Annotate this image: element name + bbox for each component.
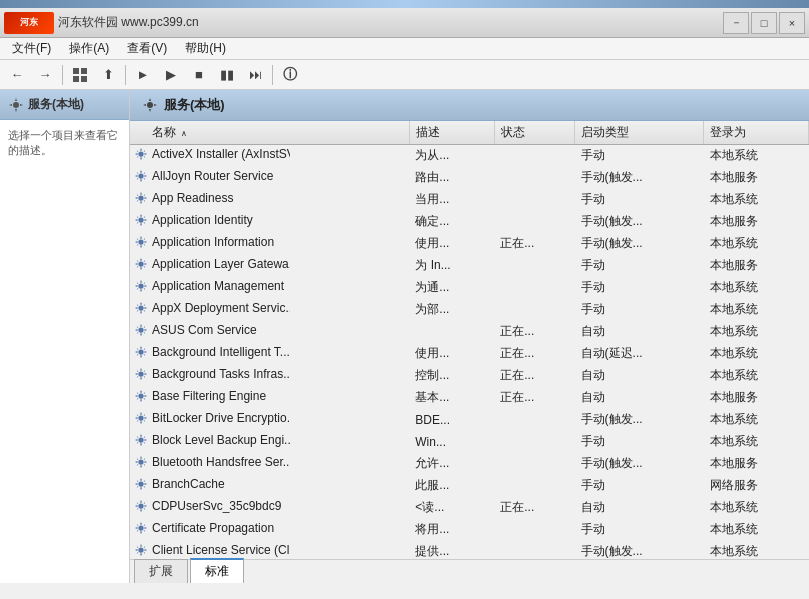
service-status — [494, 277, 574, 299]
table-row[interactable]: ASUS Com Service正在...自动本地系统 — [130, 321, 809, 343]
service-description: 路由... — [409, 167, 494, 189]
minimize-button[interactable]: － — [723, 12, 749, 34]
menu-view[interactable]: 查看(V) — [119, 38, 175, 59]
col-header-startup[interactable]: 启动类型 — [575, 121, 704, 145]
service-logon: 本地服务 — [704, 387, 809, 409]
table-row[interactable]: Certificate Propagation将用...手动本地系统 — [130, 519, 809, 541]
toolbar-back-button[interactable]: ← — [4, 63, 30, 87]
service-description: 允许... — [409, 453, 494, 475]
sidebar-gear-icon — [8, 97, 24, 113]
service-name: Client License Service (Cli... — [152, 543, 290, 557]
col-header-logon[interactable]: 登录为 — [704, 121, 809, 145]
service-logon: 本地系统 — [704, 189, 809, 211]
table-header-row: 名称 ∧ 描述 状态 启动类型 登录为 — [130, 121, 809, 145]
service-logon: 本地服务 — [704, 453, 809, 475]
service-description: 为部... — [409, 299, 494, 321]
table-row[interactable]: AppX Deployment Servic...为部...手动本地系统 — [130, 299, 809, 321]
svg-point-15 — [138, 349, 143, 354]
table-row[interactable]: AllJoyn Router Service路由...手动(触发...本地服务 — [130, 167, 809, 189]
service-name: ASUS Com Service — [152, 323, 257, 337]
tab-expand[interactable]: 扩展 — [134, 559, 188, 583]
table-row[interactable]: Background Tasks Infras...控制...正在...自动本地… — [130, 365, 809, 387]
table-row[interactable]: Base Filtering Engine基本...正在...自动本地服务 — [130, 387, 809, 409]
table-row[interactable]: ActiveX Installer (AxInstSV)为从...手动本地系统 — [130, 145, 809, 167]
menu-help[interactable]: 帮助(H) — [177, 38, 234, 59]
menu-bar: 文件(F) 操作(A) 查看(V) 帮助(H) — [0, 38, 809, 60]
svg-rect-1 — [81, 68, 87, 74]
toolbar-play-button[interactable]: ► — [130, 63, 156, 87]
table-row[interactable]: Application Layer Gatewa...为 In...手动本地服务 — [130, 255, 809, 277]
services-table-container[interactable]: 名称 ∧ 描述 状态 启动类型 登录为 ActiveX Installer (A… — [130, 121, 809, 559]
table-row[interactable]: CDPUserSvc_35c9bdc9<读...正在...自动本地系统 — [130, 497, 809, 519]
service-name: Block Level Backup Engi... — [152, 433, 290, 447]
svg-point-18 — [138, 415, 143, 420]
table-row[interactable]: BranchCache此服...手动网络服务 — [130, 475, 809, 497]
title-bar-left: 河东 河东软件园 www.pc399.cn — [4, 12, 199, 34]
toolbar-pause-button[interactable]: ▮▮ — [214, 63, 240, 87]
service-description: 此服... — [409, 475, 494, 497]
service-icon — [134, 279, 148, 293]
tab-standard[interactable]: 标准 — [190, 558, 244, 583]
service-name: Base Filtering Engine — [152, 389, 266, 403]
col-header-name[interactable]: 名称 ∧ — [130, 121, 409, 145]
table-row[interactable]: Application Identity确定...手动(触发...本地服务 — [130, 211, 809, 233]
toolbar-separator-3 — [272, 65, 273, 85]
service-description: 当用... — [409, 189, 494, 211]
service-name-cell: Background Tasks Infras... — [130, 365, 290, 383]
service-startup: 手动(触发... — [575, 167, 704, 189]
service-name-cell: BitLocker Drive Encryptio... — [130, 409, 290, 427]
service-logon: 本地系统 — [704, 299, 809, 321]
toolbar-grid-button[interactable] — [67, 63, 93, 87]
content-gear-icon — [142, 97, 158, 113]
service-description: Win... — [409, 431, 494, 453]
toolbar-forward-button[interactable]: → — [32, 63, 58, 87]
svg-point-13 — [138, 305, 143, 310]
service-status — [494, 189, 574, 211]
service-icon — [134, 543, 148, 557]
toolbar-stop-button[interactable]: ■ — [186, 63, 212, 87]
table-row[interactable]: BitLocker Drive Encryptio...BDE...手动(触发.… — [130, 409, 809, 431]
service-name: Application Layer Gatewa... — [152, 257, 290, 271]
service-description: <读... — [409, 497, 494, 519]
maximize-button[interactable]: □ — [751, 12, 777, 34]
toolbar-restart-button[interactable]: ⏭ — [242, 63, 268, 87]
table-row[interactable]: Client License Service (Cli...提供...手动(触发… — [130, 541, 809, 560]
toolbar-info-button[interactable]: ⓘ — [277, 63, 303, 87]
service-logon: 本地系统 — [704, 321, 809, 343]
col-header-description[interactable]: 描述 — [409, 121, 494, 145]
service-description: 为通... — [409, 277, 494, 299]
sort-arrow: ∧ — [181, 129, 187, 138]
service-name: Application Management — [152, 279, 284, 293]
service-startup: 自动 — [575, 497, 704, 519]
service-description: 提供... — [409, 541, 494, 560]
svg-point-7 — [138, 173, 143, 178]
table-row[interactable]: Application Management为通...手动本地系统 — [130, 277, 809, 299]
toolbar-up-button[interactable]: ⬆ — [95, 63, 121, 87]
table-row[interactable]: Bluetooth Handsfree Ser...允许...手动(触发...本… — [130, 453, 809, 475]
menu-file[interactable]: 文件(F) — [4, 38, 59, 59]
service-logon: 本地系统 — [704, 541, 809, 560]
service-name: Application Identity — [152, 213, 253, 227]
close-button[interactable]: × — [779, 12, 805, 34]
service-status — [494, 167, 574, 189]
service-icon — [134, 433, 148, 447]
svg-point-5 — [147, 102, 153, 108]
service-icon — [134, 367, 148, 381]
col-header-status[interactable]: 状态 — [494, 121, 574, 145]
service-description: 为从... — [409, 145, 494, 167]
service-name-cell: Application Management — [130, 277, 290, 295]
table-row[interactable]: App Readiness当用...手动本地系统 — [130, 189, 809, 211]
table-row[interactable]: Block Level Backup Engi...Win...手动本地系统 — [130, 431, 809, 453]
toolbar-play2-button[interactable]: ▶ — [158, 63, 184, 87]
service-description: 将用... — [409, 519, 494, 541]
table-row[interactable]: Application Information使用...正在...手动(触发..… — [130, 233, 809, 255]
service-name: Certificate Propagation — [152, 521, 274, 535]
service-logon: 本地系统 — [704, 497, 809, 519]
service-description: 控制... — [409, 365, 494, 387]
service-startup: 手动 — [575, 277, 704, 299]
service-name: ActiveX Installer (AxInstSV) — [152, 147, 290, 161]
menu-action[interactable]: 操作(A) — [61, 38, 117, 59]
table-row[interactable]: Background Intelligent T...使用...正在...自动(… — [130, 343, 809, 365]
top-banner — [0, 0, 809, 8]
service-description: 使用... — [409, 233, 494, 255]
